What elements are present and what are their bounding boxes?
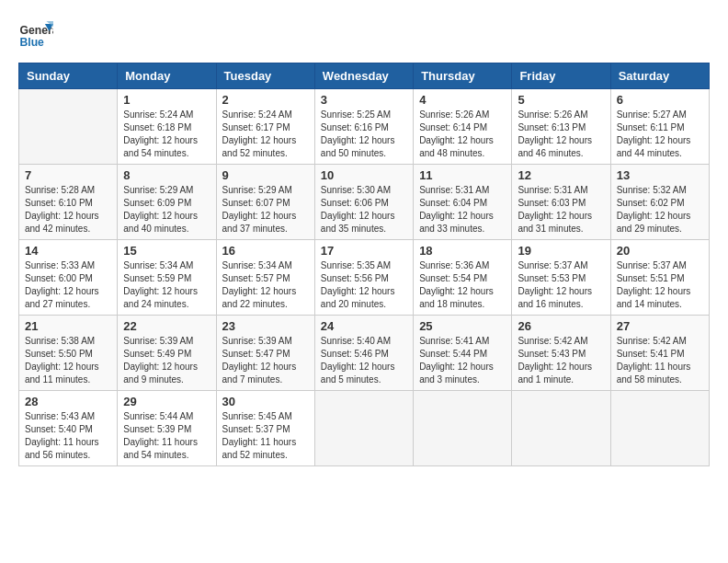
day-info: Sunrise: 5:34 AM Sunset: 5:57 PM Dayligh… — [222, 259, 309, 311]
weekday-header-saturday: Saturday — [610, 63, 709, 89]
calendar-cell: 16Sunrise: 5:34 AM Sunset: 5:57 PM Dayli… — [216, 240, 314, 316]
day-info: Sunrise: 5:43 AM Sunset: 5:40 PM Dayligh… — [25, 410, 111, 462]
page-header: General Blue — [18, 18, 710, 53]
day-number: 30 — [222, 395, 309, 408]
weekday-header-sunday: Sunday — [19, 63, 118, 89]
day-info: Sunrise: 5:29 AM Sunset: 6:07 PM Dayligh… — [222, 184, 309, 236]
calendar-week-2: 7Sunrise: 5:28 AM Sunset: 6:10 PM Daylig… — [19, 165, 710, 240]
weekday-header-thursday: Thursday — [414, 63, 512, 89]
day-info: Sunrise: 5:33 AM Sunset: 6:00 PM Dayligh… — [25, 259, 111, 311]
day-number: 1 — [123, 93, 210, 107]
weekday-header-friday: Friday — [512, 63, 610, 89]
day-number: 7 — [25, 168, 111, 182]
day-number: 28 — [25, 395, 111, 408]
calendar-cell: 29Sunrise: 5:44 AM Sunset: 5:39 PM Dayli… — [118, 391, 216, 466]
day-info: Sunrise: 5:42 AM Sunset: 5:43 PM Dayligh… — [518, 335, 604, 386]
day-info: Sunrise: 5:34 AM Sunset: 5:59 PM Dayligh… — [123, 259, 210, 311]
weekday-header-wednesday: Wednesday — [314, 63, 413, 89]
day-number: 19 — [518, 244, 604, 258]
weekday-header-row: SundayMondayTuesdayWednesdayThursdayFrid… — [19, 63, 710, 89]
day-number: 6 — [617, 93, 703, 107]
calendar-table: SundayMondayTuesdayWednesdayThursdayFrid… — [18, 63, 710, 466]
day-number: 2 — [222, 93, 309, 107]
day-number: 5 — [518, 93, 604, 107]
day-info: Sunrise: 5:24 AM Sunset: 6:17 PM Dayligh… — [222, 109, 309, 160]
day-info: Sunrise: 5:40 AM Sunset: 5:46 PM Dayligh… — [321, 335, 407, 386]
day-info: Sunrise: 5:45 AM Sunset: 5:37 PM Dayligh… — [222, 410, 309, 462]
day-info: Sunrise: 5:27 AM Sunset: 6:11 PM Dayligh… — [617, 109, 703, 160]
day-number: 14 — [25, 244, 111, 258]
day-number: 4 — [419, 93, 506, 107]
calendar-cell: 25Sunrise: 5:41 AM Sunset: 5:44 PM Dayli… — [414, 316, 512, 391]
calendar-cell: 5Sunrise: 5:26 AM Sunset: 6:13 PM Daylig… — [512, 89, 610, 165]
day-info: Sunrise: 5:32 AM Sunset: 6:02 PM Dayligh… — [617, 184, 703, 236]
day-number: 10 — [321, 168, 407, 182]
day-number: 9 — [222, 168, 309, 182]
day-info: Sunrise: 5:29 AM Sunset: 6:09 PM Dayligh… — [123, 184, 210, 236]
calendar-week-5: 28Sunrise: 5:43 AM Sunset: 5:40 PM Dayli… — [19, 391, 710, 466]
day-info: Sunrise: 5:24 AM Sunset: 6:18 PM Dayligh… — [123, 109, 210, 160]
weekday-header-monday: Monday — [118, 63, 216, 89]
day-number: 27 — [617, 319, 703, 333]
calendar-cell — [314, 391, 413, 466]
day-number: 13 — [617, 168, 703, 182]
calendar-cell: 13Sunrise: 5:32 AM Sunset: 6:02 PM Dayli… — [610, 165, 709, 240]
day-info: Sunrise: 5:44 AM Sunset: 5:39 PM Dayligh… — [123, 410, 210, 462]
calendar-week-3: 14Sunrise: 5:33 AM Sunset: 6:00 PM Dayli… — [19, 240, 710, 316]
calendar-cell: 3Sunrise: 5:25 AM Sunset: 6:16 PM Daylig… — [314, 89, 413, 165]
day-number: 20 — [617, 244, 703, 258]
day-info: Sunrise: 5:35 AM Sunset: 5:56 PM Dayligh… — [321, 259, 407, 311]
calendar-week-1: 1Sunrise: 5:24 AM Sunset: 6:18 PM Daylig… — [19, 89, 710, 165]
calendar-cell: 14Sunrise: 5:33 AM Sunset: 6:00 PM Dayli… — [19, 240, 118, 316]
day-info: Sunrise: 5:37 AM Sunset: 5:51 PM Dayligh… — [617, 259, 703, 311]
calendar-cell: 2Sunrise: 5:24 AM Sunset: 6:17 PM Daylig… — [216, 89, 314, 165]
calendar-cell — [414, 391, 512, 466]
calendar-cell: 1Sunrise: 5:24 AM Sunset: 6:18 PM Daylig… — [118, 89, 216, 165]
calendar-cell: 9Sunrise: 5:29 AM Sunset: 6:07 PM Daylig… — [216, 165, 314, 240]
calendar-cell — [610, 391, 709, 466]
weekday-header-tuesday: Tuesday — [216, 63, 314, 89]
day-number: 3 — [321, 93, 407, 107]
day-number: 23 — [222, 319, 309, 333]
calendar-cell: 23Sunrise: 5:39 AM Sunset: 5:47 PM Dayli… — [216, 316, 314, 391]
day-number: 21 — [25, 319, 111, 333]
day-number: 15 — [123, 244, 210, 258]
day-number: 11 — [419, 168, 506, 182]
day-info: Sunrise: 5:41 AM Sunset: 5:44 PM Dayligh… — [419, 335, 506, 386]
day-info: Sunrise: 5:25 AM Sunset: 6:16 PM Dayligh… — [321, 109, 407, 160]
calendar-cell: 24Sunrise: 5:40 AM Sunset: 5:46 PM Dayli… — [314, 316, 413, 391]
calendar-cell: 7Sunrise: 5:28 AM Sunset: 6:10 PM Daylig… — [19, 165, 118, 240]
calendar-cell: 30Sunrise: 5:45 AM Sunset: 5:37 PM Dayli… — [216, 391, 314, 466]
day-info: Sunrise: 5:30 AM Sunset: 6:06 PM Dayligh… — [321, 184, 407, 236]
day-info: Sunrise: 5:31 AM Sunset: 6:03 PM Dayligh… — [518, 184, 604, 236]
calendar-cell: 28Sunrise: 5:43 AM Sunset: 5:40 PM Dayli… — [19, 391, 118, 466]
day-info: Sunrise: 5:26 AM Sunset: 6:13 PM Dayligh… — [518, 109, 604, 160]
calendar-week-4: 21Sunrise: 5:38 AM Sunset: 5:50 PM Dayli… — [19, 316, 710, 391]
day-number: 25 — [419, 319, 506, 333]
day-number: 26 — [518, 319, 604, 333]
day-info: Sunrise: 5:26 AM Sunset: 6:14 PM Dayligh… — [419, 109, 506, 160]
day-number: 18 — [419, 244, 506, 258]
day-info: Sunrise: 5:31 AM Sunset: 6:04 PM Dayligh… — [419, 184, 506, 236]
day-number: 16 — [222, 244, 309, 258]
calendar-cell: 27Sunrise: 5:42 AM Sunset: 5:41 PM Dayli… — [610, 316, 709, 391]
day-number: 24 — [321, 319, 407, 333]
day-number: 8 — [123, 168, 210, 182]
day-number: 12 — [518, 168, 604, 182]
calendar-cell: 6Sunrise: 5:27 AM Sunset: 6:11 PM Daylig… — [610, 89, 709, 165]
day-info: Sunrise: 5:39 AM Sunset: 5:49 PM Dayligh… — [123, 335, 210, 386]
day-info: Sunrise: 5:42 AM Sunset: 5:41 PM Dayligh… — [617, 335, 703, 386]
calendar-cell: 10Sunrise: 5:30 AM Sunset: 6:06 PM Dayli… — [314, 165, 413, 240]
calendar-cell: 15Sunrise: 5:34 AM Sunset: 5:59 PM Dayli… — [118, 240, 216, 316]
calendar-cell: 26Sunrise: 5:42 AM Sunset: 5:43 PM Dayli… — [512, 316, 610, 391]
calendar-cell: 22Sunrise: 5:39 AM Sunset: 5:49 PM Dayli… — [118, 316, 216, 391]
svg-text:Blue: Blue — [20, 36, 45, 49]
day-number: 29 — [123, 395, 210, 408]
day-info: Sunrise: 5:36 AM Sunset: 5:54 PM Dayligh… — [419, 259, 506, 311]
day-info: Sunrise: 5:38 AM Sunset: 5:50 PM Dayligh… — [25, 335, 111, 386]
day-info: Sunrise: 5:37 AM Sunset: 5:53 PM Dayligh… — [518, 259, 604, 311]
calendar-cell: 12Sunrise: 5:31 AM Sunset: 6:03 PM Dayli… — [512, 165, 610, 240]
day-info: Sunrise: 5:39 AM Sunset: 5:47 PM Dayligh… — [222, 335, 309, 386]
calendar-cell: 4Sunrise: 5:26 AM Sunset: 6:14 PM Daylig… — [414, 89, 512, 165]
day-info: Sunrise: 5:28 AM Sunset: 6:10 PM Dayligh… — [25, 184, 111, 236]
